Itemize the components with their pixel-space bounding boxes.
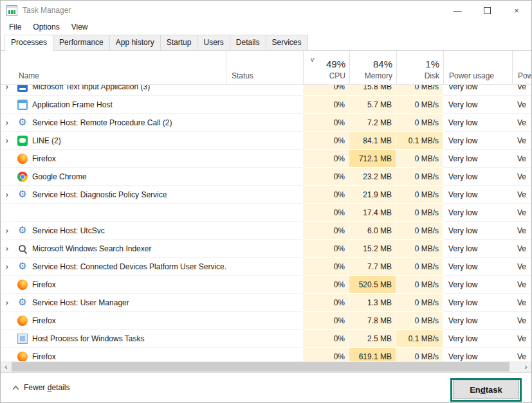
process-row[interactable]: Firefox0%7.8 MB0 MB/sVery lowVe [1,312,531,330]
process-name-cell: Microsoft Windows Search Indexer [14,240,226,258]
window-controls: — × [443,1,531,20]
process-row[interactable]: ›LINE (2)0%84.1 MB0.1 MB/sVery lowVe [1,132,531,150]
menu-bar: File Options View [1,20,531,34]
process-name-cell [14,204,226,222]
chevron-spacer [1,150,14,168]
expand-chevron-icon[interactable]: › [1,222,14,240]
memory-value-cell: 84.1 MB [349,132,396,150]
process-status-cell [226,222,303,240]
power-usage-trend-cell: Ve [512,186,531,204]
search-icon [17,244,28,254]
process-row[interactable]: ›Microsoft Text Input Application (3)0%1… [1,85,531,96]
cpu-value-cell: 0% [303,222,349,240]
tab-startup[interactable]: Startup [160,35,198,50]
expand-chevron-icon[interactable]: › [1,186,14,204]
process-row[interactable]: Google Chrome0%23.2 MB0 MB/sVery lowVe [1,168,531,186]
maximize-button[interactable] [472,1,502,20]
column-header-power-usage[interactable]: Power usage [443,51,512,84]
process-row[interactable]: ›Microsoft Windows Search Indexer0%15.2 … [1,240,531,258]
process-row[interactable]: Application Frame Host0%5.7 MB0 MB/sVery… [1,96,531,114]
memory-value-cell: 7.2 MB [349,114,396,132]
menu-file[interactable]: File [3,21,27,33]
power-usage-cell: Very low [443,132,512,150]
scroll-left-arrow-icon[interactable]: ‹ [1,361,12,372]
tab-details[interactable]: Details [230,35,266,50]
memory-value-cell: 15.8 MB [349,85,396,96]
horizontal-scrollbar-thumb[interactable] [12,362,509,372]
tab-services[interactable]: Services [266,35,308,50]
process-row[interactable]: ›Service Host: Remote Procedure Call (2)… [1,114,531,132]
service-gear-icon [17,298,28,308]
disk-value-cell: 0 MB/s [396,276,443,294]
firefox-icon [17,280,28,290]
process-status-cell [226,114,303,132]
power-usage-trend-cell: Ve [512,168,531,186]
process-row[interactable]: Host Process for Windows Tasks0%2.5 MB0.… [1,330,531,348]
menu-view[interactable]: View [66,21,94,33]
disk-value-cell: 0 MB/s [396,312,443,330]
power-usage-cell: Very low [443,204,512,222]
expand-chevron-icon[interactable]: › [1,294,14,312]
window-title: Task Manager [23,6,71,15]
process-name: Service Host: Connected Devices Platform… [32,262,226,271]
process-name-cell: LINE (2) [14,132,226,150]
menu-options[interactable]: Options [27,21,65,33]
close-button[interactable]: × [502,1,531,20]
expand-chevron-icon[interactable]: › [1,132,14,150]
expand-chevron-icon[interactable]: › [1,258,14,276]
column-header-name[interactable]: Name [14,51,226,84]
process-row[interactable]: ›Service Host: User Manager0%1.3 MB0 MB/… [1,294,531,312]
process-row[interactable]: 0%17.4 MB0 MB/sVery lowVe [1,204,531,222]
disk-value-cell: 0.1 MB/s [396,330,443,348]
process-row[interactable]: Firefox0%619.1 MB0 MB/sVery lowVe [1,348,531,361]
memory-value-cell: 1.3 MB [349,294,396,312]
power-usage-trend-cell: Ve [512,150,531,168]
disk-value-cell: 0.1 MB/s [396,132,443,150]
memory-value-cell: 2.5 MB [349,330,396,348]
memory-value-cell: 520.5 MB [349,276,396,294]
service-gear-icon [17,190,28,200]
column-header-power-usage-trend[interactable]: Pow [512,51,531,84]
process-row[interactable]: Firefox0%712.1 MB0 MB/sVery lowVe [1,150,531,168]
disk-value-cell: 0 MB/s [396,96,443,114]
column-header-status[interactable]: Status [226,51,303,84]
minimize-button[interactable]: — [443,1,472,20]
expand-chevron-icon[interactable]: › [1,240,14,258]
expand-chevron-icon[interactable]: › [1,114,14,132]
process-row[interactable]: Firefox0%520.5 MB0 MB/sVery lowVe [1,276,531,294]
service-gear-icon [17,118,28,128]
column-header-cpu[interactable]: ˅ 49% CPU [303,51,349,84]
process-status-cell [226,312,303,330]
power-usage-trend-cell: Ve [512,312,531,330]
tab-users[interactable]: Users [197,35,230,50]
power-usage-trend-cell: Ve [512,132,531,150]
tab-performance[interactable]: Performance [53,35,110,50]
process-name-cell: Service Host: User Manager [14,294,226,312]
cpu-value-cell: 0% [303,96,349,114]
process-name-cell: Google Chrome [14,168,226,186]
process-row[interactable]: ›Service Host: Connected Devices Platfor… [1,258,531,276]
scroll-right-arrow-icon[interactable]: › [520,361,531,372]
column-header-memory[interactable]: 84% Memory [349,51,396,84]
power-usage-cell: Very low [443,150,512,168]
cpu-value-cell: 0% [303,240,349,258]
host-process-icon [17,334,28,344]
process-row[interactable]: ›Service Host: Diagnostic Policy Service… [1,186,531,204]
tab-processes[interactable]: Processes [5,35,53,51]
cpu-total-percent: 49% [326,58,345,69]
process-name-cell: Firefox [14,348,226,361]
power-usage-cell: Very low [443,240,512,258]
disk-value-cell: 0 MB/s [396,258,443,276]
process-name-cell: Firefox [14,150,226,168]
column-header-disk[interactable]: 1% Disk [396,51,443,84]
power-usage-trend-cell: Ve [512,96,531,114]
process-name: Service Host: UtcSvc [32,226,105,235]
expand-chevron-icon[interactable]: › [1,85,14,96]
tab-app-history[interactable]: App history [109,35,161,50]
process-name: Firefox [32,154,56,163]
process-status-cell [226,150,303,168]
process-name-cell: Application Frame Host [14,96,226,114]
end-task-button[interactable]: End task [453,381,519,399]
fewer-details-button[interactable]: Fewer details [12,383,69,392]
process-row[interactable]: ›Service Host: UtcSvc0%6.0 MB0 MB/sVery … [1,222,531,240]
